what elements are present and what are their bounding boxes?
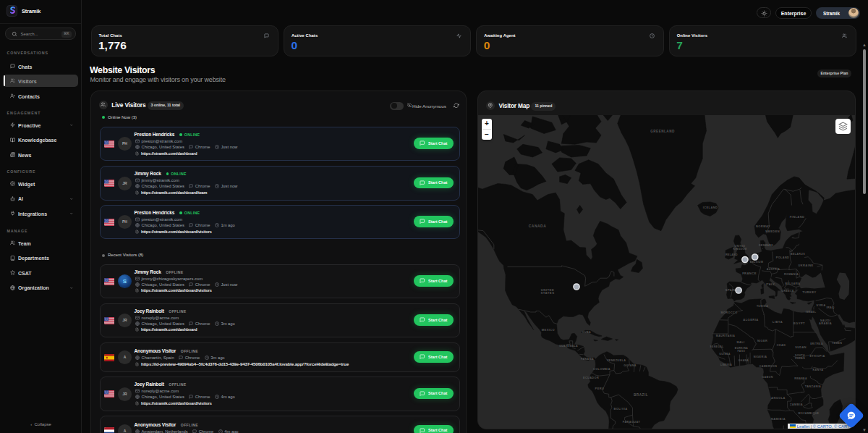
svg-text:LIBERIA: LIBERIA: [720, 363, 732, 366]
svg-text:CAMEROON: CAMEROON: [760, 365, 777, 368]
svg-text:ALGERIA: ALGERIA: [743, 318, 759, 321]
svg-text:SUDAN: SUDAN: [795, 346, 807, 349]
svg-text:ARABIA: ARABIA: [819, 321, 832, 325]
svg-text:BELGIUM: BELGIUM: [750, 261, 763, 264]
svg-text:BULGARIA: BULGARIA: [786, 282, 801, 285]
svg-text:GUYANA: GUYANA: [624, 364, 637, 367]
svg-text:UKRAINE: UKRAINE: [798, 264, 813, 267]
svg-text:MOROCCO: MOROCCO: [720, 311, 737, 314]
svg-text:NIGER: NIGER: [757, 340, 767, 342]
svg-text:NORWAY: NORWAY: [756, 224, 770, 228]
svg-text:NAMIBIA: NAMIBIA: [771, 417, 786, 421]
svg-text:GREECE: GREECE: [781, 290, 794, 293]
svg-text:ICELAND: ICELAND: [703, 206, 718, 209]
svg-text:BELARUS: BELARUS: [791, 253, 805, 256]
svg-text:IRELAND: IRELAND: [725, 253, 738, 256]
svg-text:CANADA: CANADA: [529, 224, 547, 228]
svg-text:ITALY: ITALY: [766, 283, 775, 286]
svg-text:CUBA: CUBA: [582, 331, 591, 334]
svg-text:MALI: MALI: [737, 341, 745, 344]
svg-text:MEXICO: MEXICO: [542, 328, 555, 332]
svg-text:FRANCE: FRANCE: [742, 272, 757, 275]
svg-text:IRAQ: IRAQ: [826, 306, 834, 309]
svg-text:MOZAMBIQUE: MOZAMBIQUE: [799, 412, 820, 415]
svg-text:GABON: GABON: [762, 376, 773, 379]
svg-text:ECUADOR: ECUADOR: [583, 377, 599, 379]
svg-text:BRAZIL: BRAZIL: [634, 393, 648, 397]
svg-text:DENMARK: DENMARK: [759, 244, 773, 247]
svg-text:ERITREA: ERITREA: [810, 342, 823, 345]
svg-text:STATES: STATES: [541, 291, 555, 295]
svg-text:PANAMA: PANAMA: [581, 358, 594, 361]
svg-text:PERU: PERU: [595, 387, 605, 390]
svg-text:TURKEY: TURKEY: [802, 290, 816, 294]
svg-text:ANGOLA: ANGOLA: [771, 396, 786, 400]
svg-text:SPAIN: SPAIN: [726, 288, 736, 292]
svg-text:FINLAND: FINLAND: [790, 215, 805, 219]
svg-text:NIGERIA: NIGERIA: [754, 356, 767, 358]
svg-text:ISRAEL: ISRAEL: [806, 311, 817, 314]
svg-text:VENEZUELA: VENEZUELA: [607, 359, 626, 362]
svg-text:RWANDA: RWANDA: [794, 377, 807, 380]
svg-text:GUATEMALA: GUATEMALA: [559, 345, 578, 348]
svg-text:BOLIVIA: BOLIVIA: [613, 407, 627, 411]
svg-text:SENEGAL: SENEGAL: [710, 345, 723, 348]
svg-text:GHANA: GHANA: [739, 359, 749, 362]
svg-text:GREENLAND: GREENLAND: [650, 130, 675, 133]
svg-text:POLAND: POLAND: [776, 256, 790, 259]
svg-text:GUINEA: GUINEA: [719, 353, 731, 356]
svg-text:SWEDEN: SWEDEN: [765, 230, 780, 233]
svg-text:FASO: FASO: [738, 350, 746, 353]
svg-text:MAURITANIA: MAURITANIA: [716, 335, 735, 337]
svg-text:SUDAN: SUDAN: [795, 357, 805, 360]
svg-text:COLOMBIA: COLOMBIA: [593, 368, 610, 371]
svg-text:PARAGUAY: PARAGUAY: [623, 421, 640, 424]
svg-text:CHAD: CHAD: [777, 344, 786, 347]
svg-text:SYRIA: SYRIA: [817, 304, 826, 307]
svg-text:EGYPT: EGYPT: [793, 321, 805, 325]
svg-text:ETHIOPIA: ETHIOPIA: [809, 355, 825, 358]
svg-text:ROMANIA: ROMANIA: [784, 273, 799, 276]
svg-text:TANZANIA: TANZANIA: [805, 385, 821, 388]
svg-text:TUNISIA: TUNISIA: [757, 305, 768, 308]
svg-text:KENYA: KENYA: [812, 369, 823, 371]
svg-text:AUSTRIA: AUSTRIA: [767, 268, 780, 271]
svg-text:LIBYA: LIBYA: [773, 320, 783, 324]
svg-text:ZAMBIA: ZAMBIA: [790, 403, 803, 406]
svg-text:KINGDOM: KINGDOM: [733, 248, 746, 251]
svg-text:YEMEN: YEMEN: [832, 342, 843, 345]
